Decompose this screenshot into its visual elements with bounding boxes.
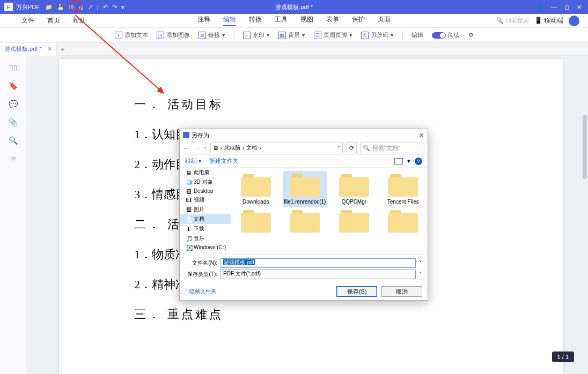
doc-line: 一． 活动目标 <box>134 96 488 113</box>
breadcrumb[interactable]: 🖥› 此电脑› 文档› ˅ <box>210 143 343 153</box>
filename-dropdown-icon[interactable]: ˅ <box>419 260 422 267</box>
mobile-link[interactable]: 📱 移动端 <box>534 16 563 25</box>
folder-item[interactable]: QQPCMgr <box>332 171 377 207</box>
tab-edit[interactable]: 编辑 <box>223 15 236 26</box>
help-icon[interactable]: ? <box>415 158 422 165</box>
tab-convert[interactable]: 转换 <box>249 15 262 26</box>
settings-button[interactable]: ⚙ <box>468 32 474 39</box>
new-folder-button[interactable]: 新建文件夹 <box>209 157 239 165</box>
search-icon[interactable]: 🔍 <box>9 136 18 146</box>
tab-form[interactable]: 表单 <box>326 15 339 26</box>
quick-access: 📁 💾 ✉ 🖨 ↗ | ↶ ↷ ▾ <box>45 4 124 11</box>
save-icon[interactable]: 💾 <box>57 4 64 11</box>
tree-node-downloads[interactable]: ⬇下载 <box>180 224 231 234</box>
folder-item[interactable] <box>283 207 328 237</box>
separator: | <box>97 4 99 10</box>
dialog-nav: ← → ↑ 🖥› 此电脑› 文档› ˅ ⟳ 🔍 搜索"文档" <box>180 141 428 155</box>
folder-item[interactable]: Downloads <box>233 171 278 207</box>
menu-help[interactable]: 帮助 <box>73 16 86 25</box>
add-image-button[interactable]: ◲添加图像 <box>157 31 190 39</box>
more-icon[interactable]: ▾ <box>121 4 124 11</box>
tab-page[interactable]: 页面 <box>378 15 391 26</box>
menu-file[interactable]: 文件 <box>21 16 34 25</box>
tree-node-documents[interactable]: 📄文档 <box>180 214 231 224</box>
attachments-icon[interactable]: 📎 <box>9 118 18 128</box>
dialog-fields: 文件名(N): 游戏模板.pdf ˅ 保存类型(T): PDF 文件(*.pdf… <box>180 254 428 283</box>
separator <box>234 31 234 40</box>
dialog-footer: ˅ 隐藏文件夹 保存(S) 取消 <box>180 283 428 300</box>
comments-icon[interactable]: 💬 <box>9 100 18 109</box>
print-icon[interactable]: 🖨 <box>78 4 84 10</box>
user-icon[interactable]: 👤 <box>536 4 543 11</box>
tree-node-pc[interactable]: 🖥此电脑 <box>180 168 231 177</box>
bates-button[interactable]: ①贝茨码 ▾ <box>361 31 394 39</box>
organize-button[interactable]: 组织 ▾ <box>185 157 202 165</box>
bookmark-icon[interactable]: 🔖 <box>9 81 18 91</box>
filetype-dropdown-icon[interactable]: ˅ <box>419 271 422 278</box>
folder-icon <box>388 173 418 197</box>
undo-icon[interactable]: ↶ <box>103 4 108 11</box>
separator <box>402 31 403 40</box>
folder-item[interactable] <box>332 207 377 237</box>
document-tab[interactable]: 游戏模板.pdf * ✕ <box>0 43 57 56</box>
tree-node-pictures[interactable]: 🖼图片 <box>180 205 231 214</box>
folder-item[interactable] <box>381 207 426 237</box>
folder-icon <box>241 209 271 233</box>
file-grid[interactable]: Downloads file1.renrendoc(1) QQPCMgr Ten… <box>231 168 428 254</box>
tree-node-desktop[interactable]: 🖼Desktop <box>180 187 231 195</box>
save-button[interactable]: 保存(S) <box>336 286 377 297</box>
app-name: 万兴PDF <box>16 3 40 11</box>
page-indicator[interactable]: 1 / 1 <box>552 351 574 362</box>
folder-tree[interactable]: 🖥此电脑 🧊3D 对象 🖼Desktop 🎞视频 🖼图片 📄文档 ⬇下载 🎵音乐… <box>180 168 231 254</box>
folder-item[interactable] <box>233 207 278 237</box>
minimize-icon[interactable]: — <box>551 4 557 11</box>
share-icon[interactable]: ↗ <box>88 4 93 11</box>
redo-icon[interactable]: ↷ <box>112 4 117 11</box>
filetype-select[interactable]: PDF 文件(*.pdf) <box>220 270 416 279</box>
folder-item[interactable]: file1.renrendoc(1) <box>283 171 328 207</box>
filename-input[interactable]: 游戏模板.pdf <box>220 258 416 268</box>
add-text-button[interactable]: T添加文本 <box>115 31 148 39</box>
tree-node-music[interactable]: 🎵音乐 <box>180 234 231 243</box>
mail-icon[interactable]: ✉ <box>69 4 74 11</box>
tab-tool[interactable]: 工具 <box>275 15 288 26</box>
tree-node-drive-c[interactable]: 💽Windows (C:) <box>180 243 231 251</box>
feature-search[interactable]: 🔍 功能搜索 <box>496 17 529 25</box>
hide-folders-link[interactable]: ˅ 隐藏文件夹 <box>185 288 216 295</box>
tree-node-videos[interactable]: 🎞视频 <box>180 195 231 205</box>
nav-back-icon[interactable]: ← <box>183 144 190 152</box>
dialog-close-icon[interactable]: ✕ <box>418 131 424 139</box>
tab-comment[interactable]: 注释 <box>197 15 210 26</box>
edit-mode[interactable]: 编辑 <box>411 31 423 39</box>
nav-forward-icon[interactable]: → <box>193 144 200 152</box>
folder-icon <box>241 173 271 197</box>
background-button[interactable]: ▦背景 ▾ <box>278 31 305 39</box>
nav-up-icon[interactable]: ↑ <box>203 144 207 152</box>
header-footer-button[interactable]: ☰页眉页脚 ▾ <box>314 31 352 39</box>
tab-protect[interactable]: 保护 <box>352 15 365 26</box>
read-mode-toggle[interactable]: 阅读 <box>432 31 460 39</box>
user-avatar[interactable]: 👤 <box>569 16 579 26</box>
tab-label: 游戏模板.pdf * <box>4 45 42 53</box>
refresh-icon[interactable]: ⟳ <box>346 143 357 153</box>
folder-item[interactable]: Tencent Files <box>381 171 426 207</box>
dialog-search[interactable]: 🔍 搜索"文档" <box>360 143 424 153</box>
vertical-scrollbar[interactable] <box>583 115 587 374</box>
dialog-titlebar[interactable]: 另存为 ✕ <box>180 129 428 141</box>
menu-home[interactable]: 首页 <box>47 16 60 25</box>
link-button[interactable]: ⧉链接 ▾ <box>199 31 225 39</box>
cancel-button[interactable]: 取消 <box>381 286 422 297</box>
menu-bar: 文件 首页 帮助 注释 编辑 转换 工具 视图 表单 保护 页面 🔍 功能搜索 … <box>0 14 588 28</box>
close-icon[interactable]: ✕ <box>577 4 582 11</box>
thumbnails-icon[interactable]: ▯▯ <box>9 63 18 73</box>
save-as-dialog: 另存为 ✕ ← → ↑ 🖥› 此电脑› 文档› ˅ ⟳ 🔍 搜索"文档" 组织 … <box>179 129 428 301</box>
open-icon[interactable]: 📁 <box>45 4 53 11</box>
tab-view[interactable]: 视图 <box>300 15 313 26</box>
new-tab-button[interactable]: + <box>57 46 69 53</box>
maximize-icon[interactable]: ◻ <box>564 4 569 11</box>
watermark-button[interactable]: ▭水印 ▾ <box>243 31 270 39</box>
tree-node-3d[interactable]: 🧊3D 对象 <box>180 177 231 187</box>
view-mode-button[interactable] <box>394 158 403 164</box>
layers-icon[interactable]: ≣ <box>9 154 18 164</box>
tab-close-icon[interactable]: ✕ <box>47 46 52 53</box>
